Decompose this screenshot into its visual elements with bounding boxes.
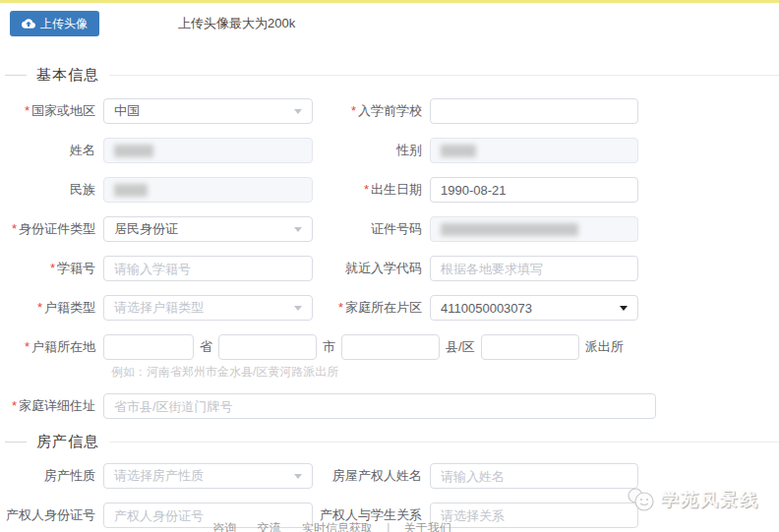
country-label: *国家或地区 bbox=[0, 102, 103, 120]
footer-link-exchange[interactable]: 交流 bbox=[258, 521, 281, 532]
property-type-label: 房产性质 bbox=[0, 467, 103, 485]
upload-avatar-label: 上传头像 bbox=[40, 16, 88, 32]
form-row: *户籍类型 请选择户籍类型 *家庭所在片区 4110050003073 bbox=[0, 295, 779, 321]
chevron-down-icon bbox=[620, 306, 628, 311]
form-row: *学籍号 就近入学代码 bbox=[0, 256, 779, 281]
required-asterisk: * bbox=[37, 300, 42, 315]
required-asterisk: * bbox=[50, 261, 55, 275]
footer-separator: | bbox=[387, 521, 390, 532]
home-address-row: *家庭详细住址 bbox=[0, 393, 779, 419]
hukou-location-row: *户籍所在地 省 市 县/区 派出所 bbox=[0, 334, 779, 360]
form-row: 姓名 性别 bbox=[0, 138, 779, 163]
footer-links: 咨询 交流 实时信息获取 | 关于我们 bbox=[0, 520, 664, 532]
cloud-upload-icon bbox=[22, 17, 35, 30]
hukou-location-label: *户籍所在地 bbox=[0, 338, 103, 356]
country-select[interactable]: 中国 bbox=[103, 98, 313, 124]
owner-name-input[interactable] bbox=[430, 463, 638, 489]
wechat-account-logo-icon bbox=[626, 486, 655, 513]
family-area-select[interactable]: 4110050003073 bbox=[430, 295, 638, 321]
chevron-down-icon bbox=[294, 227, 302, 232]
section-basic-info: 基本信息 bbox=[5, 66, 779, 85]
section-property-info: 房产信息 bbox=[5, 433, 779, 451]
avatar-upload-section: 上传头像 上传头像最大为200k bbox=[0, 3, 779, 36]
property-type-select[interactable]: 请选择房产性质 bbox=[103, 463, 313, 489]
family-area-label: *家庭所在片区 bbox=[313, 299, 430, 317]
county-suffix: 县/区 bbox=[446, 338, 475, 356]
nearby-code-input[interactable] bbox=[430, 256, 638, 281]
footer-link-realtime-info[interactable]: 实时信息获取 bbox=[302, 521, 373, 532]
watermark: 学苑风景线 bbox=[626, 486, 759, 513]
name-label: 姓名 bbox=[0, 142, 103, 159]
name-field bbox=[103, 138, 313, 163]
redacted-value bbox=[441, 145, 476, 157]
form-row: *身份证件类型 居民身份证 证件号码 bbox=[0, 216, 779, 242]
hukou-province-input[interactable] bbox=[103, 334, 194, 360]
section-line bbox=[109, 75, 779, 76]
section-line bbox=[109, 442, 779, 443]
home-address-input[interactable] bbox=[103, 393, 656, 419]
nearby-code-label: 就近入学代码 bbox=[313, 260, 430, 277]
student-id-label: *学籍号 bbox=[0, 260, 103, 277]
id-number-field bbox=[430, 216, 638, 242]
chevron-down-icon bbox=[294, 306, 302, 311]
ethnicity-label: 民族 bbox=[0, 181, 103, 199]
section-basic-title: 基本信息 bbox=[36, 66, 99, 85]
redacted-value bbox=[114, 145, 153, 157]
watermark-text: 学苑风景线 bbox=[661, 488, 759, 511]
footer-link-consult[interactable]: 咨询 bbox=[212, 521, 236, 532]
city-suffix: 市 bbox=[323, 338, 335, 356]
form-row: *国家或地区 中国 *入学前学校 bbox=[0, 98, 779, 124]
required-asterisk: * bbox=[12, 398, 17, 413]
student-id-input[interactable] bbox=[103, 256, 313, 281]
id-type-label: *身份证件类型 bbox=[0, 220, 103, 238]
redacted-value bbox=[114, 184, 148, 197]
required-asterisk: * bbox=[12, 221, 17, 236]
id-number-label: 证件号码 bbox=[313, 220, 430, 238]
birth-date-label: *出生日期 bbox=[313, 181, 430, 199]
required-asterisk: * bbox=[351, 103, 356, 118]
section-dash bbox=[5, 442, 27, 443]
hukou-county-input[interactable] bbox=[341, 334, 440, 360]
chevron-down-icon bbox=[294, 109, 302, 114]
birth-date-input[interactable] bbox=[430, 177, 638, 203]
upload-size-note: 上传头像最大为200k bbox=[178, 15, 295, 32]
section-dash bbox=[5, 75, 27, 76]
hukou-city-input[interactable] bbox=[218, 334, 317, 360]
upload-avatar-button[interactable]: 上传头像 bbox=[10, 11, 99, 36]
pre-school-input[interactable] bbox=[430, 98, 638, 124]
ethnicity-field bbox=[103, 177, 313, 203]
id-type-select[interactable]: 居民身份证 bbox=[103, 216, 313, 242]
required-asterisk: * bbox=[364, 182, 369, 197]
chevron-down-icon bbox=[294, 474, 302, 479]
section-property-title: 房产信息 bbox=[36, 433, 99, 451]
required-asterisk: * bbox=[338, 300, 343, 315]
pre-school-label: *入学前学校 bbox=[313, 102, 430, 120]
hukou-location-hint: 例如：河南省郑州市金水县/区黄河路派出所 bbox=[111, 364, 779, 381]
police-station-suffix: 派出所 bbox=[585, 338, 624, 356]
hukou-type-label: *户籍类型 bbox=[0, 299, 103, 317]
home-address-label: *家庭详细住址 bbox=[0, 397, 103, 415]
footer-link-about[interactable]: 关于我们 bbox=[404, 521, 451, 532]
form-row: 民族 *出生日期 bbox=[0, 177, 779, 203]
gender-field bbox=[430, 138, 638, 163]
required-asterisk: * bbox=[25, 339, 30, 354]
owner-name-label: 房屋产权人姓名 bbox=[313, 467, 430, 485]
province-suffix: 省 bbox=[200, 338, 212, 356]
registration-form-page: 上传头像 上传头像最大为200k 基本信息 *国家或地区 中国 *入学前学校 姓… bbox=[0, 0, 779, 532]
hukou-police-station-input[interactable] bbox=[481, 334, 579, 360]
redacted-value bbox=[441, 223, 578, 236]
hukou-type-select[interactable]: 请选择户籍类型 bbox=[103, 295, 313, 321]
required-asterisk: * bbox=[25, 103, 30, 118]
gender-label: 性别 bbox=[313, 142, 430, 159]
